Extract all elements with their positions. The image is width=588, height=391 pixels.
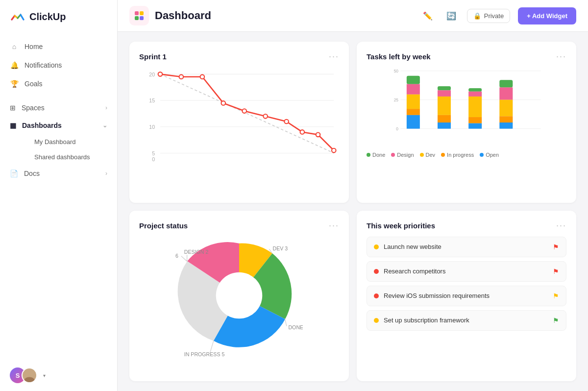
svg-text:10: 10	[149, 124, 155, 130]
add-widget-button[interactable]: + Add Widget	[518, 7, 576, 24]
svg-rect-43	[438, 122, 451, 129]
svg-point-22	[300, 130, 305, 134]
priority-dot-2	[374, 293, 379, 298]
svg-point-21	[284, 120, 289, 124]
project-status-title: Project status	[139, 221, 188, 230]
priority-flag-2: ⚑	[553, 292, 559, 300]
priority-item-3[interactable]: Set up subscription framework ⚑	[367, 310, 566, 331]
sidebar: ClickUp ⌂ Home 🔔 Notifications 🏆 Goals ⊞…	[0, 0, 118, 391]
sidebar-item-dashboards[interactable]: ▦ Dashboards ⌄	[0, 117, 117, 134]
priority-flag-0: ⚑	[553, 243, 559, 251]
svg-point-19	[242, 109, 246, 113]
sidebar-item-spaces-label: Spaces	[22, 104, 45, 112]
svg-rect-51	[499, 80, 513, 87]
private-label: Private	[484, 12, 504, 20]
dashboards-submenu: My Dashboard Shared dashboards	[0, 134, 117, 165]
svg-rect-36	[407, 109, 420, 115]
tasks-card: Tasks left by week ··· 50 25 0	[357, 42, 576, 203]
page-header: Dashboard ✏️ 🔄 🔒 Private + Add Widget	[118, 0, 588, 32]
legend-done-dot	[367, 153, 370, 157]
svg-text:IN PROGRESS 5: IN PROGRESS 5	[184, 351, 225, 357]
project-status-card: Project status ···	[129, 211, 349, 382]
docs-icon: 📄	[10, 170, 18, 177]
legend-design-dot	[391, 153, 395, 157]
tasks-card-title: Tasks left by week	[367, 52, 431, 61]
svg-point-17	[200, 74, 205, 79]
sidebar-item-notifications[interactable]: 🔔 Notifications	[0, 56, 117, 74]
svg-point-18	[221, 101, 225, 105]
sidebar-item-goals[interactable]: 🏆 Goals	[0, 74, 117, 93]
sidebar-item-my-dashboard[interactable]: My Dashboard	[10, 134, 117, 149]
sprint-card-menu[interactable]: ···	[329, 51, 339, 62]
priority-item-0-left: Launch new website	[374, 243, 441, 250]
chevron-down-icon: ⌄	[102, 122, 107, 129]
priority-list: Launch new website ⚑ Research competitor…	[367, 237, 566, 331]
svg-point-20	[263, 114, 268, 119]
svg-line-64	[181, 256, 187, 261]
logo: ClickUp	[0, 0, 117, 33]
page-title: Dashboard	[155, 9, 211, 22]
clickup-logo-icon	[10, 9, 25, 24]
user-avatar-secondary	[22, 367, 37, 383]
sidebar-item-docs[interactable]: 📄 Docs ›	[0, 165, 117, 182]
sidebar-item-home[interactable]: ⌂ Home	[0, 37, 117, 56]
svg-rect-33	[407, 76, 420, 84]
priority-item-1-left: Research competitors	[374, 268, 445, 275]
sprint-card-header: Sprint 1 ···	[139, 51, 339, 62]
trophy-icon: 🏆	[10, 79, 19, 88]
legend-inprogress-label: In progress	[447, 152, 474, 158]
svg-text:0: 0	[396, 126, 398, 131]
priority-item-0[interactable]: Launch new website ⚑	[367, 237, 566, 257]
svg-line-62	[210, 341, 214, 352]
refresh-button[interactable]: 🔄	[443, 8, 459, 24]
svg-rect-34	[407, 84, 420, 95]
svg-text:50: 50	[394, 69, 399, 73]
svg-point-56	[216, 272, 263, 318]
sprint-card-title: Sprint 1	[139, 52, 167, 61]
svg-text:20: 20	[149, 72, 155, 77]
bar-chart: 50 25 0	[367, 68, 566, 175]
dashboard-grid: Sprint 1 ··· 20 15 10 5	[118, 32, 588, 391]
sidebar-item-shared-dashboards[interactable]: Shared dashboards	[10, 149, 117, 165]
home-icon: ⌂	[10, 42, 19, 51]
user-profile[interactable]: S ▾	[0, 360, 117, 391]
priority-dot-3	[374, 318, 379, 323]
project-status-card-header: Project status ···	[139, 220, 339, 231]
priority-item-1[interactable]: Research competitors ⚑	[367, 261, 566, 282]
svg-rect-45	[468, 88, 482, 92]
svg-rect-47	[468, 97, 482, 117]
priority-item-2[interactable]: Review iOS submission requirements ⚑	[367, 286, 566, 306]
sidebar-item-spaces[interactable]: ⊞ Spaces ›	[0, 99, 117, 117]
priorities-title: This week priorities	[367, 221, 435, 230]
svg-rect-39	[438, 86, 451, 90]
svg-point-24	[332, 148, 336, 153]
svg-point-16	[179, 74, 184, 79]
priorities-card: This week priorities ··· Launch new webs…	[357, 211, 576, 382]
legend-design: Design	[391, 152, 414, 158]
pie-chart-svg: DEV 3 DONE 5 IN PROGRESS 5 OPEN 6 DESIGN…	[175, 232, 303, 359]
svg-rect-48	[468, 117, 482, 123]
legend-inprogress-dot	[441, 153, 445, 157]
tasks-card-menu[interactable]: ···	[556, 51, 566, 62]
priority-text-0: Launch new website	[384, 243, 441, 250]
priorities-card-menu[interactable]: ···	[556, 220, 566, 231]
pie-chart: DEV 3 DONE 5 IN PROGRESS 5 OPEN 6 DESIGN…	[139, 237, 339, 354]
dashboards-icon: ▦	[10, 122, 16, 129]
legend-dev-label: Dev	[426, 152, 436, 158]
svg-rect-42	[438, 115, 451, 122]
svg-text:OPEN 6: OPEN 6	[175, 253, 178, 259]
legend-open: Open	[480, 152, 499, 158]
priority-dot-1	[374, 269, 379, 274]
svg-line-60	[285, 318, 287, 326]
svg-text:DEV 3: DEV 3	[273, 245, 288, 251]
legend-dev-dot	[420, 153, 424, 157]
edit-button[interactable]: ✏️	[420, 8, 436, 24]
logo-text: ClickUp	[29, 11, 66, 23]
project-status-menu[interactable]: ···	[329, 220, 339, 231]
svg-rect-5	[140, 16, 144, 20]
svg-rect-2	[135, 11, 139, 15]
svg-point-23	[316, 133, 320, 137]
chevron-right-icon: ›	[105, 104, 107, 111]
private-button[interactable]: 🔒 Private	[467, 9, 510, 23]
sidebar-navigation: ⌂ Home 🔔 Notifications 🏆 Goals ⊞ Spaces …	[0, 33, 117, 360]
